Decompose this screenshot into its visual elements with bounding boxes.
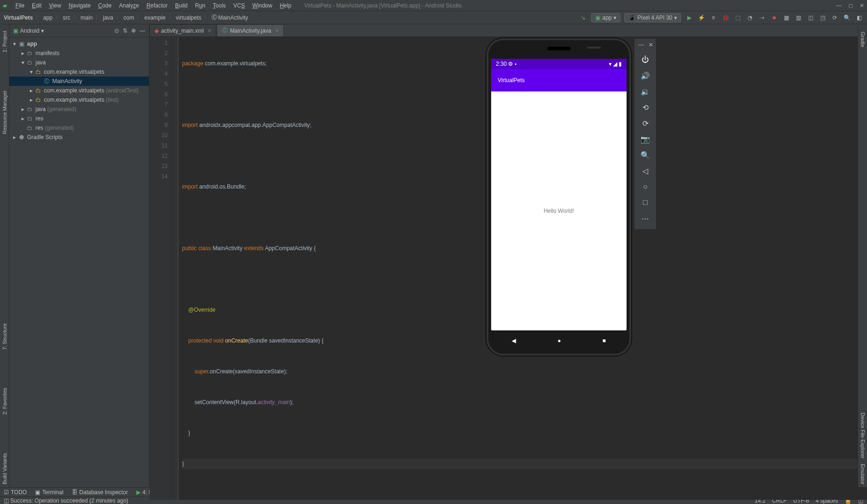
tab-resource-manager[interactable]: Resource Manager — [1, 88, 8, 137]
gradle-sync-button[interactable]: ⟳ — [831, 14, 839, 22]
menu-window[interactable]: Window — [248, 2, 276, 9]
close-tab-icon[interactable]: × — [275, 28, 279, 34]
run-config-dropdown[interactable]: ▣ app ▾ — [591, 13, 620, 22]
resource-manager-button[interactable]: ◫ — [806, 14, 815, 22]
menu-build[interactable]: Build — [171, 2, 191, 9]
chevron-down-icon: ▾ — [674, 14, 677, 21]
menu-refactor[interactable]: Refactor — [143, 2, 171, 9]
app-logo: ▰ — [3, 2, 7, 9]
tab-activity-main-xml[interactable]: ◆activity_main.xml× — [149, 24, 216, 36]
back-button[interactable]: ◀ — [512, 337, 516, 344]
tree-node-manifests[interactable]: ▸🗀manifests — [9, 49, 149, 58]
breadcrumb-item[interactable]: java — [103, 14, 113, 21]
screenshot-button[interactable]: 📷 — [637, 132, 653, 146]
tab-todo[interactable]: ☑TODO — [4, 489, 27, 496]
tree-node-java[interactable]: ▾🗀java — [9, 58, 149, 67]
menu-analyze[interactable]: Analyze — [115, 2, 143, 9]
menu-code[interactable]: Code — [94, 2, 115, 9]
run-button[interactable]: ▶ — [685, 14, 693, 22]
close-emulator-icon[interactable]: ✕ — [648, 42, 653, 50]
close-tab-icon[interactable]: × — [208, 28, 211, 34]
window-title: VirtualPets - MainActivity.java [Virtual… — [304, 2, 462, 9]
tab-mainactivity-java[interactable]: ⒸMainActivity.java× — [217, 24, 284, 36]
notifications-button[interactable]: ◧ — [855, 14, 863, 22]
tab-gradle[interactable]: Gradle — [859, 29, 867, 50]
breadcrumb-item[interactable]: example — [144, 14, 165, 21]
breadcrumb-item[interactable]: VirtualPets — [4, 14, 33, 21]
maximize-icon[interactable]: ◻ — [848, 2, 853, 9]
layout-inspector-button[interactable]: ◳ — [818, 14, 827, 22]
tab-favorites[interactable]: 2: Favorites — [1, 385, 8, 417]
menu-run[interactable]: Run — [191, 2, 209, 9]
tab-structure[interactable]: 7: Structure — [1, 321, 8, 353]
tree-node-package[interactable]: ▾🗀com.example.virtualpets — [9, 67, 149, 77]
sync-icon[interactable]: ↘ — [579, 14, 587, 22]
zoom-button[interactable]: 🔍 — [637, 148, 653, 162]
home-button[interactable]: ○ — [637, 180, 653, 194]
tree-node-package-androidtest[interactable]: ▸🗀com.example.virtualpets (androidTest) — [9, 86, 149, 95]
tab-device-file-explorer[interactable]: Device File Explorer — [859, 410, 867, 461]
emulator-toolbar: — ✕ ⏻ 🔊 🔉 ⟲ ⟳ 📷 🔍 ◁ ○ □ ⋯ — [634, 38, 656, 230]
breadcrumb-item[interactable]: main — [81, 14, 93, 21]
volume-up-button[interactable]: 🔊 — [637, 69, 653, 83]
apply-changes-button[interactable]: ⚡ — [697, 14, 705, 22]
menu-vcs[interactable]: VCS — [230, 2, 249, 9]
recents-button[interactable]: ■ — [602, 337, 606, 344]
tab-project[interactable]: 1: Project — [1, 28, 8, 55]
hide-icon[interactable]: — — [140, 28, 145, 34]
search-everywhere-button[interactable]: 🔍 — [843, 14, 851, 22]
menu-file[interactable]: File — [12, 2, 28, 9]
power-button[interactable]: ⏻ — [637, 53, 653, 67]
project-view-dropdown[interactable]: ▣ Android ▾ — [13, 28, 44, 34]
rotate-left-button[interactable]: ⟲ — [637, 100, 653, 114]
menu-view[interactable]: View — [45, 2, 65, 9]
tab-build-variants[interactable]: Build Variants — [1, 450, 8, 487]
home-button[interactable]: ● — [557, 337, 561, 344]
menu-navigate[interactable]: Navigate — [65, 2, 94, 9]
breadcrumb-item[interactable]: src — [63, 14, 70, 21]
stop-button[interactable]: ■ — [770, 14, 778, 22]
profile-button[interactable]: ◔ — [746, 14, 754, 22]
menu-help[interactable]: Help — [276, 2, 295, 9]
device-frame[interactable]: 2:30 ⚙ • ▾ ◢ ▮ VirtualPets Hello World! … — [486, 38, 631, 356]
overview-button[interactable]: □ — [637, 196, 653, 210]
minimize-icon[interactable]: — — [836, 2, 842, 9]
breadcrumb: VirtualPets〉 app〉 src〉 main〉 java〉 com〉 … — [4, 14, 248, 21]
breadcrumb-item[interactable]: MainActivity — [218, 14, 248, 21]
device-screen[interactable]: 2:30 ⚙ • ▾ ◢ ▮ VirtualPets Hello World! — [491, 59, 627, 330]
select-opened-file-icon[interactable]: ⊙ — [114, 28, 119, 34]
coverage-button[interactable]: ⬚ — [733, 14, 742, 22]
breadcrumb-item[interactable]: virtualpets — [176, 14, 202, 21]
tab-database-inspector[interactable]: 🗄Database Inspector — [72, 489, 128, 496]
apply-code-button[interactable]: ≡ — [709, 14, 718, 22]
breadcrumb-item[interactable]: app — [43, 14, 52, 21]
tree-node-res-gen[interactable]: 🗀res (generated) — [9, 123, 149, 133]
volume-down-button[interactable]: 🔉 — [637, 84, 653, 98]
menu-tools[interactable]: Tools — [209, 2, 230, 9]
tree-node-gradle-scripts[interactable]: ▸⬢Gradle Scripts — [9, 133, 149, 142]
minimize-emulator-icon[interactable]: — — [638, 42, 644, 50]
tree-node-mainactivity[interactable]: ⒸMainActivity — [9, 77, 149, 86]
attach-debugger-button[interactable]: ⇢ — [758, 14, 766, 22]
tab-terminal[interactable]: ▣Terminal — [35, 489, 63, 496]
project-tree[interactable]: ▾▣app ▸🗀manifests ▾🗀java ▾🗀com.example.v… — [9, 37, 149, 487]
back-button[interactable]: ◁ — [637, 164, 653, 178]
line-number-gutter[interactable]: 1234567891011121314 — [149, 37, 172, 500]
tree-node-res[interactable]: ▸🗀res — [9, 114, 149, 123]
breadcrumb-item[interactable]: com — [124, 14, 134, 21]
tree-node-app[interactable]: ▾▣app — [9, 39, 149, 49]
avd-manager-button[interactable]: ▦ — [782, 14, 790, 22]
close-icon[interactable]: ✕ — [860, 2, 864, 9]
debug-button[interactable]: 🐞 — [721, 14, 730, 22]
menu-edit[interactable]: Edit — [28, 2, 45, 9]
rotate-right-button[interactable]: ⟳ — [637, 116, 653, 130]
more-button[interactable]: ⋯ — [637, 211, 653, 225]
tab-emulator[interactable]: Emulator — [859, 461, 867, 487]
settings-icon[interactable]: ✻ — [131, 28, 136, 34]
sdk-manager-button[interactable]: ▥ — [794, 14, 803, 22]
device-dropdown[interactable]: 📱 Pixel 4 API 30 ▾ — [624, 13, 681, 22]
tree-node-package-test[interactable]: ▸🗀com.example.virtualpets (test) — [9, 95, 149, 105]
fold-gutter[interactable] — [172, 37, 178, 500]
expand-all-icon[interactable]: ⇅ — [123, 28, 127, 34]
tree-node-java-gen[interactable]: ▸🗀java (generated) — [9, 105, 149, 114]
